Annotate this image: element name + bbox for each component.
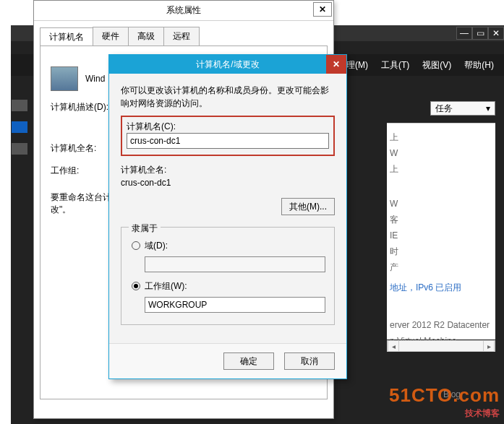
- computer-icon: [51, 66, 78, 91]
- intro-text: Wind: [85, 74, 105, 84]
- computer-name-label: 计算机名(C):: [127, 120, 329, 133]
- intro-text: 你可以更改该计算机的名称和成员身份。更改可能会影响对网络资源的访问。: [121, 84, 335, 110]
- computer-name-highlight: 计算机名(C): crus-con-dc1: [121, 116, 335, 156]
- ipv6-link[interactable]: 地址，IPv6 已启用: [390, 282, 461, 293]
- watermark: 51CTO.com 技术博客: [389, 384, 500, 420]
- radio-icon: [132, 241, 140, 250]
- menu-help[interactable]: 帮助(H): [464, 59, 494, 72]
- horizontal-scrollbar[interactable]: ◂ ▸: [387, 340, 495, 352]
- close-button[interactable]: ✕: [488, 27, 504, 40]
- ok-button[interactable]: 确定: [223, 352, 274, 370]
- dialog-title: 计算机名/域更改 ✕: [109, 55, 346, 74]
- dialog-buttons: 确定 取消: [109, 343, 346, 378]
- chevron-down-icon: ▾: [486, 103, 490, 113]
- tasks-label: 任务: [435, 103, 453, 115]
- member-of-legend: 隶属于: [129, 222, 161, 235]
- sidebar-item[interactable]: [12, 100, 27, 111]
- tab-hardware[interactable]: 硬件: [93, 27, 129, 46]
- tab-computer-name[interactable]: 计算机名: [40, 27, 93, 46]
- computer-name-input[interactable]: crus-con-dc1: [127, 133, 329, 149]
- radio-icon: [132, 282, 140, 290]
- tasks-dropdown[interactable]: 任务 ▾: [430, 101, 495, 116]
- tab-remote[interactable]: 远程: [163, 27, 200, 46]
- menu-tools[interactable]: 工具(T): [381, 59, 409, 72]
- dialog-buttons: 确定 取消 应用(A): [34, 420, 333, 424]
- rename-dialog: 计算机名/域更改 ✕ 你可以更改该计算机的名称和成员身份。更改可能会影响对网络资…: [108, 54, 347, 379]
- menu-manage[interactable]: 理(M): [346, 59, 368, 72]
- sidebar: [12, 100, 32, 155]
- scroll-right-icon[interactable]: ▸: [483, 341, 495, 351]
- close-icon[interactable]: ✕: [313, 2, 332, 17]
- workgroup-input[interactable]: WORKGROUP: [145, 297, 325, 313]
- domain-radio[interactable]: 域(D):: [132, 239, 324, 252]
- full-name-label: 计算机全名:: [121, 163, 335, 176]
- dialog-title: 系统属性 ✕: [34, 1, 333, 21]
- member-of-group: 隶属于 域(D): 工作组(W): WORKGROUP: [121, 227, 335, 325]
- menu-view[interactable]: 视图(V): [422, 59, 451, 72]
- full-name-value: crus-con-dc1: [121, 176, 335, 189]
- tab-advanced[interactable]: 高级: [128, 27, 164, 46]
- close-icon[interactable]: ✕: [326, 55, 346, 74]
- more-button[interactable]: 其他(M)...: [281, 198, 335, 215]
- maximize-button[interactable]: ▭: [472, 27, 488, 40]
- sidebar-item[interactable]: [12, 143, 27, 155]
- tab-strip: 计算机名 硬件 高级 远程: [40, 27, 328, 46]
- domain-input[interactable]: [145, 256, 325, 272]
- cancel-button[interactable]: 取消: [284, 352, 335, 370]
- scroll-left-icon[interactable]: ◂: [388, 341, 399, 351]
- properties-panel: 上 W 上 W 客 IE 时 产 地址，IPv6 已启用 erver 2012 …: [387, 123, 495, 339]
- minimize-button[interactable]: —: [456, 27, 472, 40]
- sidebar-item-active[interactable]: [12, 121, 27, 133]
- workgroup-radio[interactable]: 工作组(W):: [132, 280, 324, 293]
